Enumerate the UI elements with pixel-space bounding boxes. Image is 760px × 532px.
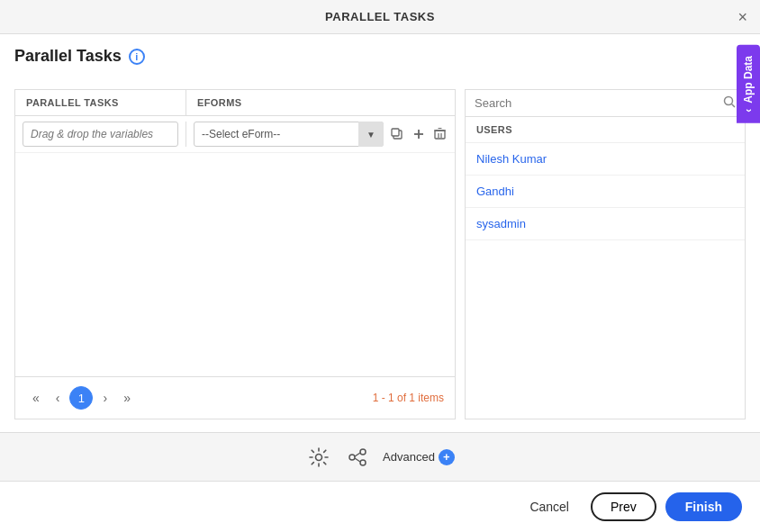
table-spacer xyxy=(15,153,455,376)
prev-button[interactable]: Prev xyxy=(591,492,656,521)
workflow-icon-btn[interactable] xyxy=(343,443,372,472)
drag-drop-input[interactable] xyxy=(23,122,178,147)
svg-point-14 xyxy=(360,449,366,455)
svg-point-13 xyxy=(349,455,355,460)
eform-cell: --Select eForm-- ▼ xyxy=(186,122,455,147)
footer: Cancel Prev Finish xyxy=(0,481,760,532)
last-page-btn[interactable]: » xyxy=(117,387,137,409)
table-row: --Select eForm-- ▼ xyxy=(15,116,455,153)
first-page-btn[interactable]: « xyxy=(26,387,46,409)
next-page-btn[interactable]: › xyxy=(96,387,113,409)
left-panel-inner: PARALLEL TASKS EFORMS --Select eForm-- xyxy=(14,89,456,377)
search-bar xyxy=(466,90,745,117)
svg-line-11 xyxy=(732,104,736,108)
pagination: « ‹ 1 › » 1 - 1 of 1 items xyxy=(14,377,456,419)
right-panel: USERS Nilesh Kumar Gandhi sysadmin xyxy=(465,89,746,419)
user-item-nilesh[interactable]: Nilesh Kumar xyxy=(466,143,745,176)
add-row-btn[interactable] xyxy=(411,126,427,142)
page-heading: Parallel Tasks i xyxy=(14,47,746,66)
user-item-sysadmin[interactable]: sysadmin xyxy=(466,208,745,240)
copy-icon-btn[interactable] xyxy=(389,126,405,142)
modal-container: PARALLEL TASKS × ‹ App Data Parallel Tas… xyxy=(0,0,760,532)
advanced-btn[interactable]: Advanced + xyxy=(383,449,455,465)
heading-row: Parallel Tasks i xyxy=(0,34,760,77)
drag-drop-cell xyxy=(15,122,186,147)
app-data-arrow-icon: ‹ xyxy=(742,109,755,113)
col-eforms-header: EFORMS xyxy=(186,90,455,115)
bottom-toolbar: Advanced + xyxy=(0,432,760,481)
finish-button[interactable]: Finish xyxy=(665,492,742,521)
app-data-label: App Data xyxy=(742,56,755,104)
advanced-label: Advanced xyxy=(383,450,435,464)
modal-title: PARALLEL TASKS xyxy=(325,10,435,23)
svg-rect-1 xyxy=(392,129,399,136)
page-title: Parallel Tasks xyxy=(14,47,122,66)
left-panel: PARALLEL TASKS EFORMS --Select eForm-- xyxy=(14,89,456,419)
eform-select-wrapper: --Select eForm-- ▼ xyxy=(194,122,384,147)
action-icons xyxy=(389,126,448,142)
prev-page-btn[interactable]: ‹ xyxy=(50,387,67,409)
col-parallel-tasks-header: PARALLEL TASKS xyxy=(15,90,186,115)
content-wrapper: Parallel Tasks i PARALLEL TASKS EFORMS xyxy=(0,34,760,481)
settings-icon-btn[interactable] xyxy=(305,444,332,471)
svg-line-16 xyxy=(355,453,360,456)
svg-rect-4 xyxy=(435,131,445,139)
table-header: PARALLEL TASKS EFORMS xyxy=(15,90,455,116)
svg-point-10 xyxy=(725,97,733,105)
delete-row-btn[interactable] xyxy=(432,126,448,142)
page-1-btn[interactable]: 1 xyxy=(69,386,93,410)
page-info: 1 - 1 of 1 items xyxy=(373,392,444,404)
app-data-tab[interactable]: ‹ App Data xyxy=(737,45,760,123)
eform-select[interactable]: --Select eForm-- xyxy=(194,122,384,147)
cancel-button[interactable]: Cancel xyxy=(517,494,582,519)
svg-point-12 xyxy=(316,454,322,460)
search-icon xyxy=(723,95,736,111)
advanced-plus-icon: + xyxy=(439,449,455,465)
search-input[interactable] xyxy=(475,96,718,110)
info-icon[interactable]: i xyxy=(129,49,145,65)
page-controls: « ‹ 1 › » xyxy=(26,386,137,410)
close-button[interactable]: × xyxy=(737,9,747,25)
main-content: PARALLEL TASKS EFORMS --Select eForm-- xyxy=(0,77,760,432)
users-header: USERS xyxy=(466,117,745,143)
users-section: USERS Nilesh Kumar Gandhi sysadmin xyxy=(466,117,745,419)
title-bar: PARALLEL TASKS × xyxy=(0,0,760,34)
user-item-gandhi[interactable]: Gandhi xyxy=(466,176,745,208)
svg-point-15 xyxy=(360,460,366,465)
svg-line-17 xyxy=(355,458,360,462)
